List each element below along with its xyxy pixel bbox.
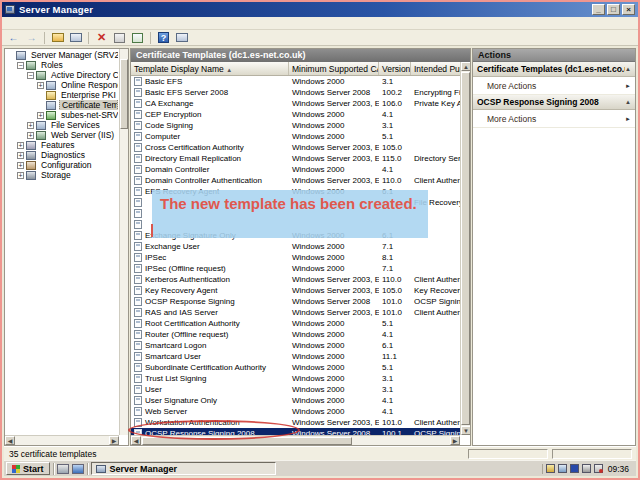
min-supported-ca: Windows 2000 <box>289 77 379 86</box>
start-button[interactable]: Start <box>6 462 50 475</box>
export-list-button[interactable] <box>129 31 146 45</box>
list-vertical-scrollbar[interactable]: ▲ ▼ <box>460 62 470 435</box>
table-row[interactable]: CEP Encryption Windows 2000 4.1 <box>131 109 460 120</box>
tree-expander-icon[interactable] <box>17 162 24 169</box>
menu-item[interactable] <box>48 22 62 24</box>
table-row[interactable]: Domain Controller Authentication Windows… <box>131 175 460 186</box>
scroll-right-icon[interactable]: ▶ <box>109 436 119 445</box>
new-window-button[interactable] <box>173 31 190 45</box>
column-header-min-ca[interactable]: Minimum Supported CAs <box>289 62 379 75</box>
tree-expander-icon[interactable] <box>17 172 24 179</box>
table-row[interactable]: Smartcard Logon Windows 2000 6.1 <box>131 340 460 351</box>
table-row[interactable]: User Signature Only Windows 2000 4.1 <box>131 395 460 406</box>
tree-item[interactable]: Web Server (IIS) <box>5 130 118 140</box>
table-row[interactable]: Smartcard User Windows 2000 11.1 <box>131 351 460 362</box>
table-row[interactable]: Cross Certification Authority Windows Se… <box>131 142 460 153</box>
template-name: Smartcard Logon <box>145 341 206 350</box>
tree-item[interactable]: File Services <box>5 120 118 130</box>
scroll-left-icon[interactable]: ◀ <box>5 436 15 445</box>
forward-button[interactable]: → <box>23 31 40 45</box>
close-button[interactable]: × <box>622 4 635 15</box>
column-header-purpose[interactable]: Intended Purpose <box>411 62 460 75</box>
column-header-name[interactable]: Template Display Name ▲ <box>131 62 289 75</box>
scroll-left-icon[interactable]: ◀ <box>131 436 141 445</box>
maximize-button[interactable]: □ <box>607 4 620 15</box>
tree-expander-icon[interactable] <box>17 152 24 159</box>
table-row[interactable]: IPSec (Offline request) Windows 2000 7.1 <box>131 263 460 274</box>
properties-button[interactable] <box>111 31 128 45</box>
collapse-icon[interactable]: ▲ <box>625 99 631 105</box>
tree-item[interactable]: Configuration <box>5 160 118 170</box>
min-supported-ca: Windows Server 2003, En... <box>289 418 379 427</box>
actions-section-header[interactable]: Certificate Templates (dc1.es-net.co.u..… <box>473 62 635 77</box>
minimize-button[interactable]: _ <box>592 4 605 15</box>
table-row[interactable]: Key Recovery Agent Windows Server 2003, … <box>131 285 460 296</box>
scrollbar-thumb[interactable] <box>120 59 128 129</box>
table-row[interactable]: IPSec Windows 2000 8.1 <box>131 252 460 263</box>
tree-item[interactable]: Online Responder: <box>5 80 118 90</box>
table-row[interactable]: Root Certification Authority Windows 200… <box>131 318 460 329</box>
delete-button[interactable]: ✕ <box>93 31 110 45</box>
tree-expander-icon[interactable] <box>37 112 44 119</box>
network-drive-icon[interactable] <box>570 464 579 473</box>
tree-vertical-scrollbar[interactable] <box>119 49 128 435</box>
scroll-down-icon[interactable]: ▼ <box>461 426 471 435</box>
table-row[interactable]: OCSP Response Signing Windows Server 200… <box>131 296 460 307</box>
more-actions-item[interactable]: More Actions ► <box>473 77 635 95</box>
table-row[interactable]: Trust List Signing Windows 2000 3.1 <box>131 373 460 384</box>
table-row[interactable]: Router (Offline request) Windows 2000 4.… <box>131 329 460 340</box>
alert-icon[interactable] <box>594 464 603 473</box>
table-row[interactable]: Web Server Windows 2000 4.1 <box>131 406 460 417</box>
tree-expander-icon[interactable] <box>27 72 34 79</box>
more-actions-item[interactable]: More Actions ► <box>473 110 635 128</box>
console-window-button[interactable] <box>67 31 84 45</box>
tree-item[interactable]: Server Manager (SRV2) <box>5 50 118 60</box>
help-button[interactable]: ? <box>155 31 172 45</box>
tree-item[interactable]: Active Directory Certificate <box>5 70 118 80</box>
tree-expander-icon[interactable] <box>37 82 44 89</box>
table-row[interactable]: Basic EFS Server 2008 Windows Server 200… <box>131 87 460 98</box>
tree-item[interactable]: subes-net-SRV2-CA <box>5 110 118 120</box>
collapse-icon[interactable]: ▲ <box>625 66 631 72</box>
table-row[interactable]: Code Signing Windows 2000 3.1 <box>131 120 460 131</box>
table-row[interactable]: Domain Controller Windows 2000 4.1 <box>131 164 460 175</box>
table-row[interactable]: Kerberos Authentication Windows Server 2… <box>131 274 460 285</box>
table-row[interactable]: User Windows 2000 3.1 <box>131 384 460 395</box>
tree-item[interactable]: Certificate Templates ( <box>5 100 118 110</box>
tree-item[interactable]: Enterprise PKI <box>5 90 118 100</box>
template-name: IPSec (Offline request) <box>145 264 226 273</box>
tree-horizontal-scrollbar[interactable]: ◀ ▶ <box>5 435 119 445</box>
tree-item[interactable]: Roles <box>5 60 118 70</box>
tree-item[interactable]: Storage <box>5 170 118 180</box>
table-row[interactable]: Basic EFS Windows 2000 3.1 <box>131 76 460 87</box>
tree-item[interactable]: Diagnostics <box>5 150 118 160</box>
table-row[interactable]: CA Exchange Windows Server 2003, En... 1… <box>131 98 460 109</box>
show-console-tree-button[interactable] <box>49 31 66 45</box>
update-icon[interactable] <box>546 464 555 473</box>
table-row[interactable]: Computer Windows 2000 5.1 <box>131 131 460 142</box>
table-row[interactable]: Directory Email Replication Windows Serv… <box>131 153 460 164</box>
quick-launch-icon[interactable] <box>72 464 84 474</box>
menu-item[interactable] <box>6 22 20 24</box>
network-icon[interactable] <box>582 464 591 473</box>
back-button[interactable]: ← <box>5 31 22 45</box>
quick-launch-icon[interactable] <box>57 464 69 474</box>
column-header-version[interactable]: Version <box>379 62 411 75</box>
scroll-right-icon[interactable]: ▶ <box>450 436 460 445</box>
tree-expander-icon[interactable] <box>17 142 24 149</box>
table-row[interactable]: Subordinate Certification Authority Wind… <box>131 362 460 373</box>
menu-item[interactable] <box>20 22 34 24</box>
table-row[interactable]: Exchange User Windows 2000 7.1 <box>131 241 460 252</box>
taskbar-clock[interactable]: 09:36 <box>606 464 631 474</box>
tree-expander-icon[interactable] <box>27 122 34 129</box>
computer-tray-icon[interactable] <box>558 464 567 473</box>
tree-expander-icon[interactable] <box>27 132 34 139</box>
menu-item[interactable] <box>34 22 48 24</box>
scroll-up-icon[interactable]: ▲ <box>461 62 471 71</box>
tree-expander-icon[interactable] <box>17 62 24 69</box>
taskbar-task-server-manager[interactable]: Server Manager <box>91 462 276 475</box>
actions-section-header[interactable]: OCSP Response Signing 2008 ▲ <box>473 95 635 110</box>
tree-item[interactable]: Features <box>5 140 118 150</box>
scrollbar-thumb[interactable] <box>461 72 470 425</box>
table-row[interactable]: RAS and IAS Server Windows Server 2003, … <box>131 307 460 318</box>
